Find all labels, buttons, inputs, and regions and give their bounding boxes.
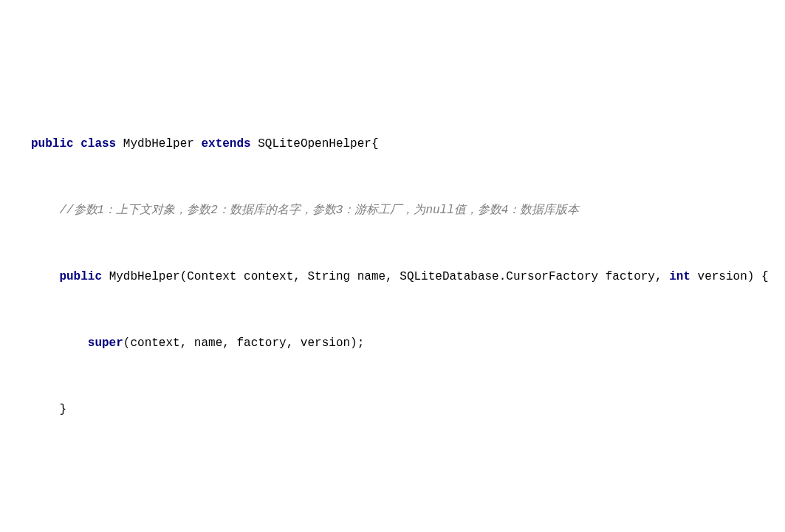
brace: } <box>31 403 66 416</box>
keyword: public class <box>31 137 123 151</box>
code-line: super(context, name, factory, version); <box>0 332 785 354</box>
code-line: } <box>0 398 785 421</box>
code-editor-view: public class MydbHelper extends SQLiteOp… <box>0 89 785 532</box>
code-line: //参数1：上下文对象，参数2：数据库的名字，参数3：游标工厂，为null值，参… <box>0 199 785 221</box>
keyword: extends <box>201 137 258 151</box>
code-line: public MydbHelper(Context context, Strin… <box>0 266 785 288</box>
keyword: int <box>669 270 697 283</box>
keyword: super <box>31 336 123 350</box>
code-line: public class MydbHelper extends SQLiteOp… <box>0 133 785 155</box>
class-name: MydbHelper <box>123 137 202 151</box>
text: SQLiteOpenHelper{ <box>258 137 378 151</box>
keyword: public <box>31 270 109 283</box>
text: MydbHelper(Context context, String name,… <box>109 270 670 283</box>
text: (context, name, factory, version); <box>123 336 364 350</box>
comment: //参数1：上下文对象，参数2：数据库的名字，参数3：游标工厂，为null值，参… <box>31 204 579 217</box>
code-line <box>0 465 785 487</box>
text: version) { <box>698 270 769 283</box>
